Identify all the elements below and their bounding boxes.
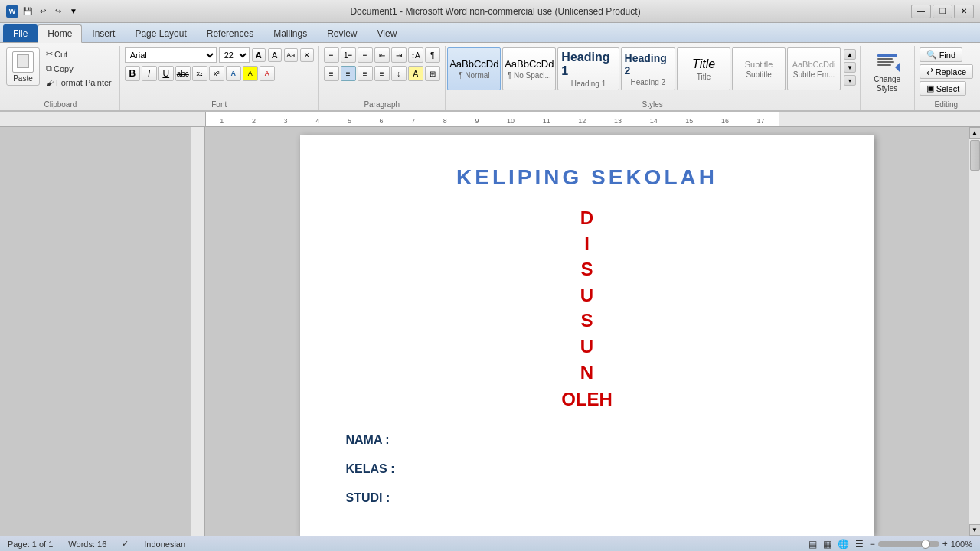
tab-review[interactable]: Review (317, 24, 367, 42)
view-normal-btn[interactable]: ▤ (808, 539, 817, 549)
replace-button[interactable]: ⇄ Replace (920, 64, 973, 79)
multilevel-button[interactable]: ≡ (358, 47, 373, 63)
change-styles-button[interactable]: ChangeStyles (865, 47, 910, 96)
line-spacing-button[interactable]: ↕ (391, 66, 407, 81)
vertical-scrollbar[interactable]: ▲ ▼ (969, 127, 980, 536)
view-web-btn[interactable]: 🌐 (838, 539, 849, 549)
align-left-button[interactable]: ≡ (324, 66, 339, 81)
scroll-track[interactable] (969, 139, 980, 524)
style-heading1[interactable]: Heading 1 Heading 1 (557, 47, 619, 90)
scroll-thumb[interactable] (970, 140, 980, 171)
font-color-button[interactable]: A (260, 66, 275, 81)
bold-button[interactable]: B (125, 66, 140, 81)
numbering-button[interactable]: 1≡ (341, 47, 356, 63)
font-size-select[interactable]: 22 (219, 47, 250, 63)
style-subtitle[interactable]: Subtitle Subtitle (732, 47, 786, 90)
grow-font-button[interactable]: A (252, 48, 266, 62)
style-heading2[interactable]: Heading 2 Heading 2 (621, 47, 675, 90)
style-subtle-em[interactable]: AaBbCcDdi Subtle Em... (787, 47, 841, 90)
show-para-button[interactable]: ¶ (425, 47, 440, 63)
word-icon: W (6, 5, 18, 18)
superscript-button[interactable]: x² (209, 66, 224, 81)
redo-quick-btn[interactable]: ↪ (52, 5, 64, 18)
subscript-button[interactable]: x₂ (192, 66, 207, 81)
undo-quick-btn[interactable]: ↩ (37, 5, 49, 18)
ruler: 1 2 3 4 5 6 7 8 9 10 11 12 13 14 15 16 1… (0, 112, 980, 127)
field-nama: NAMA : (346, 433, 828, 447)
scroll-up-button[interactable]: ▲ (969, 127, 981, 139)
tab-insert[interactable]: Insert (82, 24, 125, 42)
styles-scroll-down[interactable]: ▼ (844, 62, 856, 73)
paragraph-content: ≡ 1≡ ≡ ⇤ ⇥ ↕A ¶ ≡ ≡ ≡ ≡ ↕ A ⊞ (324, 46, 440, 100)
align-center-button[interactable]: ≡ (341, 66, 356, 81)
language-indicator[interactable]: Indonesian (144, 540, 185, 549)
find-button[interactable]: 🔍 Find (920, 47, 962, 62)
left-panel (0, 127, 205, 536)
zoom-control: − + 100% (870, 539, 972, 549)
clear-format-button[interactable]: ✕ (300, 48, 314, 62)
italic-button[interactable]: I (142, 66, 157, 81)
tab-file[interactable]: File (3, 24, 38, 42)
zoom-out-button[interactable]: − (870, 539, 875, 549)
underline-button[interactable]: U (158, 66, 174, 81)
tab-home[interactable]: Home (38, 24, 82, 43)
styles-expand[interactable]: ▾ (844, 75, 856, 86)
customize-quick-btn[interactable]: ▼ (67, 5, 80, 18)
format-painter-button[interactable]: 🖌 Format Painter (43, 77, 115, 89)
style-no-spacing[interactable]: AaBbCcDd ¶ No Spaci... (502, 47, 556, 90)
svg-marker-4 (895, 63, 900, 72)
paste-button[interactable]: Paste (6, 47, 40, 86)
strikethrough-button[interactable]: abc (175, 66, 191, 81)
minimize-btn[interactable]: — (911, 5, 931, 18)
scissors-icon: ✂ (46, 49, 53, 59)
document-container[interactable]: KELIPING SEKOLAH DISUSUN OLEH NAMA : KEL… (205, 127, 969, 536)
document-oleh: OLEH (346, 389, 828, 410)
text-effect-button[interactable]: A (226, 66, 241, 81)
zoom-in-button[interactable]: + (942, 539, 948, 549)
justify-button[interactable]: ≡ (374, 66, 390, 81)
shrink-font-button[interactable]: A (268, 48, 282, 62)
zoom-slider[interactable] (878, 541, 939, 547)
font-row-1: Arial 22 A A Aa ✕ (125, 47, 314, 63)
style-title[interactable]: Title Title (677, 47, 730, 90)
page-indicator: Page: 1 of 1 (8, 540, 53, 549)
decrease-indent-button[interactable]: ⇤ (374, 47, 390, 63)
title-bar-left: W 💾 ↩ ↪ ▼ (6, 5, 80, 18)
paragraph-group: ≡ 1≡ ≡ ⇤ ⇥ ↕A ¶ ≡ ≡ ≡ ≡ ↕ A ⊞ Paragraph (319, 46, 446, 110)
change-styles-group: ChangeStyles (861, 46, 915, 110)
close-btn[interactable]: ✕ (954, 5, 974, 18)
font-label: Font (211, 100, 227, 110)
paste-label: Paste (13, 74, 33, 83)
styles-content: AaBbCcDd ¶ Normal AaBbCcDd ¶ No Spaci...… (447, 46, 858, 100)
copy-button[interactable]: ⧉ Copy (43, 62, 115, 75)
document-page[interactable]: KELIPING SEKOLAH DISUSUN OLEH NAMA : KEL… (300, 135, 874, 536)
border-button[interactable]: ⊞ (425, 66, 440, 81)
spell-check-icon: ✓ (122, 539, 129, 549)
scroll-down-button[interactable]: ▼ (969, 524, 981, 536)
sort-button[interactable]: ↕A (408, 47, 423, 63)
shading-button[interactable]: A (408, 66, 423, 81)
view-layout-btn[interactable]: ▦ (823, 539, 831, 549)
clipboard-group: Paste ✂ Cut ⧉ Copy 🖌 Format Painter Clip… (2, 46, 120, 110)
tab-mailings[interactable]: Mailings (263, 24, 317, 42)
restore-btn[interactable]: ❐ (933, 5, 952, 18)
increase-indent-button[interactable]: ⇥ (391, 47, 407, 63)
tab-view[interactable]: View (368, 24, 407, 42)
change-case-button[interactable]: Aa (284, 48, 298, 62)
view-outline-btn[interactable]: ☰ (855, 539, 864, 549)
word-count: Words: 16 (68, 540, 106, 549)
para-row-2: ≡ ≡ ≡ ≡ ↕ A ⊞ (324, 66, 440, 81)
align-right-button[interactable]: ≡ (358, 66, 373, 81)
highlight-button[interactable]: A (243, 66, 258, 81)
save-quick-btn[interactable]: 💾 (21, 5, 34, 18)
style-normal[interactable]: AaBbCcDd ¶ Normal (447, 47, 501, 90)
font-format-row: B I U abc x₂ x² A A A (125, 66, 275, 81)
cut-button[interactable]: ✂ Cut (43, 47, 115, 60)
copy-icon: ⧉ (46, 64, 52, 73)
tab-page-layout[interactable]: Page Layout (125, 24, 196, 42)
font-name-select[interactable]: Arial (125, 47, 217, 63)
select-button[interactable]: ▣ Select (920, 81, 967, 96)
styles-scroll-up[interactable]: ▲ (844, 49, 856, 60)
bullets-button[interactable]: ≡ (324, 47, 339, 63)
tab-references[interactable]: References (197, 24, 263, 42)
